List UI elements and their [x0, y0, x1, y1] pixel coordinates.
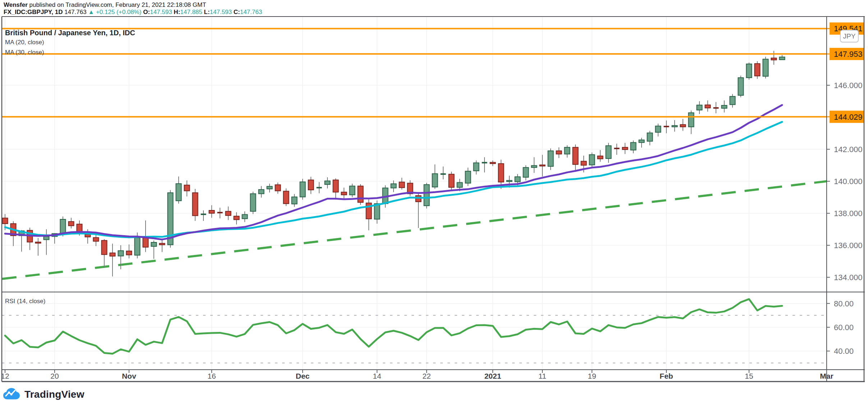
svg-text:Nov: Nov	[122, 372, 136, 380]
svg-text:142.000: 142.000	[834, 145, 863, 154]
svg-text:2021: 2021	[484, 372, 501, 380]
svg-text:40.00: 40.00	[834, 347, 854, 356]
svg-text:144.029: 144.029	[834, 113, 863, 122]
svg-text:136.000: 136.000	[834, 241, 863, 250]
tradingview-logo-text: TradingView	[24, 389, 84, 400]
svg-text:12: 12	[1, 372, 9, 380]
svg-text:140.000: 140.000	[834, 177, 863, 186]
svg-text:11: 11	[538, 372, 546, 380]
currency-unit-button[interactable]: JPY	[840, 30, 859, 42]
tradingview-logo[interactable]: TradingView	[3, 387, 84, 402]
svg-text:80.00: 80.00	[834, 299, 854, 308]
svg-text:22: 22	[422, 372, 431, 380]
svg-text:20: 20	[50, 372, 59, 380]
svg-text:16: 16	[207, 372, 216, 380]
svg-text:15: 15	[745, 372, 753, 380]
chart-legend-title[interactable]: British Pound / Japanese Yen, 1D, IDC	[5, 29, 135, 37]
svg-text:60.00: 60.00	[834, 323, 854, 332]
ma20-legend[interactable]: MA (20, close)	[5, 39, 44, 46]
svg-text:Mar: Mar	[820, 372, 833, 380]
svg-text:146.000: 146.000	[834, 81, 863, 90]
svg-text:Feb: Feb	[660, 372, 673, 380]
svg-text:147.953: 147.953	[834, 50, 863, 59]
tradingview-cloud-icon	[3, 387, 20, 402]
svg-text:19: 19	[588, 372, 596, 380]
chart-canvas[interactable]: 149.541147.953144.029146.000142.000140.0…	[0, 0, 868, 406]
candlesticks	[3, 51, 785, 276]
rsi-legend[interactable]: RSI (14, close)	[5, 298, 45, 305]
svg-text:14: 14	[373, 372, 381, 380]
svg-text:Dec: Dec	[296, 372, 310, 380]
tradingview-snapshot: Wensfer published on TradingView.com, Fe…	[0, 0, 868, 406]
svg-text:138.000: 138.000	[834, 209, 863, 218]
svg-text:134.000: 134.000	[834, 273, 863, 282]
ma30-legend[interactable]: MA (30, close)	[5, 49, 44, 56]
